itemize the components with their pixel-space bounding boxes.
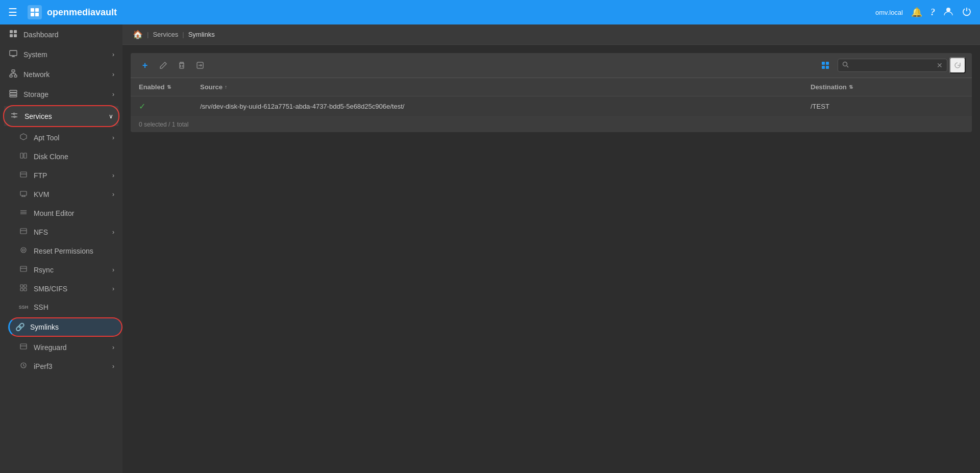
svg-rect-25	[24, 153, 27, 158]
edit-button[interactable]	[155, 57, 172, 73]
svg-point-4	[946, 8, 950, 12]
user-icon[interactable]	[943, 6, 953, 19]
sidebar-item-label: Network	[23, 70, 107, 79]
sidebar-item-label: Disk Clone	[34, 153, 114, 161]
services-icon	[9, 111, 19, 121]
sidebar-item-system[interactable]: System ›	[0, 44, 122, 64]
sidebar-item-nfs[interactable]: NFS ›	[8, 222, 122, 241]
sidebar-item-symlinks[interactable]: 🔗 Symlinks	[10, 318, 121, 336]
breadcrumb-sep: |	[182, 31, 184, 38]
sort-source-icon: ↑	[225, 84, 227, 90]
sidebar-item-label: KVM	[34, 190, 107, 198]
sidebar-item-disk-clone[interactable]: Disk Clone	[8, 147, 122, 166]
svg-rect-35	[20, 229, 27, 234]
svg-rect-9	[10, 51, 17, 56]
svg-point-38	[22, 249, 24, 251]
chevron-icon: ›	[112, 229, 114, 236]
breadcrumb: 🏠 | Services | Symlinks	[122, 24, 980, 45]
sidebar-item-kvm[interactable]: KVM ›	[8, 185, 122, 204]
clear-search-button[interactable]: ✕	[937, 61, 943, 69]
add-button[interactable]: +	[137, 57, 153, 73]
smb-cifs-icon	[18, 284, 29, 293]
grid-view-button[interactable]	[817, 57, 834, 73]
main-content: 🏠 | Services | Symlinks +	[122, 24, 980, 473]
topbar-right: omv.local 🔔 ?	[875, 6, 972, 19]
sidebar-item-apt-tool[interactable]: Apt Tool ›	[8, 128, 122, 147]
refresh-button[interactable]	[949, 57, 966, 73]
chevron-down-icon: ∨	[109, 113, 113, 120]
sidebar-item-reset-permissions[interactable]: Reset Permissions	[8, 241, 122, 260]
svg-rect-26	[20, 172, 27, 177]
data-card: +	[131, 53, 972, 132]
svg-rect-19	[10, 90, 17, 92]
svg-rect-53	[826, 62, 829, 65]
app-logo: openmediavault	[28, 5, 117, 19]
svg-rect-42	[24, 285, 27, 287]
breadcrumb-symlinks: Symlinks	[188, 31, 215, 38]
svg-rect-20	[10, 93, 17, 95]
svg-rect-12	[12, 70, 15, 72]
sidebar-item-mount-editor[interactable]: Mount Editor	[8, 204, 122, 222]
breadcrumb-services[interactable]: Services	[153, 31, 178, 38]
chevron-icon: ›	[112, 363, 114, 370]
svg-rect-2	[31, 13, 34, 16]
sidebar-item-wireguard[interactable]: Wireguard ›	[8, 338, 122, 357]
home-icon[interactable]: 🏠	[133, 30, 143, 39]
svg-point-56	[843, 62, 847, 66]
sidebar-item-storage[interactable]: Storage ›	[0, 84, 122, 104]
help-icon[interactable]: ?	[930, 7, 935, 18]
reset-permissions-icon	[18, 246, 29, 255]
sidebar: Dashboard System › Network › Storage ›	[0, 24, 122, 473]
sidebar-item-network[interactable]: Network ›	[0, 64, 122, 84]
storage-icon	[8, 89, 18, 99]
topbar: ☰ openmediavault omv.local 🔔 ?	[0, 0, 980, 24]
chevron-icon: ›	[112, 134, 114, 141]
sidebar-item-label: Services	[24, 112, 104, 120]
delete-button[interactable]	[174, 57, 190, 73]
ftp-icon	[18, 171, 29, 180]
svg-rect-3	[35, 13, 39, 16]
apply-button[interactable]	[192, 57, 208, 73]
power-icon[interactable]	[962, 6, 972, 19]
sidebar-item-ssh[interactable]: SSH SSH	[8, 298, 122, 316]
layout: Dashboard System › Network › Storage ›	[0, 24, 980, 473]
table-toolbar: +	[131, 53, 972, 78]
svg-rect-7	[10, 34, 13, 37]
col-source-label: Source	[200, 83, 223, 91]
selection-count: 0 selected / 1 total	[139, 121, 188, 128]
sort-destination-icon: ⇅	[849, 84, 853, 90]
svg-rect-21	[10, 95, 17, 97]
sidebar-item-iperf3[interactable]: iPerf3 ›	[8, 357, 122, 376]
sidebar-item-smb-cifs[interactable]: SMB/CIFS ›	[8, 279, 122, 298]
sidebar-item-ftp[interactable]: FTP ›	[8, 166, 122, 185]
sidebar-item-label: System	[23, 51, 107, 59]
table-footer: 0 selected / 1 total	[131, 117, 972, 132]
svg-rect-45	[20, 344, 27, 349]
search-icon	[842, 61, 849, 69]
ssh-icon: SSH	[18, 305, 29, 310]
iperf3-icon	[18, 362, 29, 370]
sidebar-item-label: SMB/CIFS	[34, 285, 107, 293]
bell-icon[interactable]: 🔔	[911, 7, 922, 18]
sidebar-item-label: Reset Permissions	[34, 247, 114, 255]
svg-rect-28	[20, 191, 27, 195]
svg-rect-8	[14, 34, 17, 37]
sidebar-item-label: iPerf3	[34, 362, 107, 370]
sidebar-item-label: NFS	[34, 228, 107, 236]
col-source[interactable]: Source ↑	[200, 83, 811, 91]
sidebar-item-dashboard[interactable]: Dashboard	[0, 24, 122, 44]
sidebar-item-rsync[interactable]: Rsync ›	[8, 260, 122, 279]
col-enabled[interactable]: Enabled ⇅	[139, 83, 200, 91]
hamburger-button[interactable]: ☰	[8, 6, 17, 18]
mount-editor-icon	[18, 209, 29, 217]
logo-icon	[28, 5, 42, 19]
sidebar-item-label: SSH	[34, 303, 114, 311]
chevron-icon: ›	[112, 51, 114, 58]
symlinks-icon: 🔗	[15, 322, 25, 332]
table-row[interactable]: ✓ /srv/dev-disk-by-uuid-612a7751-abda-47…	[131, 96, 972, 117]
sidebar-item-services[interactable]: Services ∨	[4, 106, 118, 126]
search-input[interactable]	[852, 62, 934, 69]
col-destination[interactable]: Destination ⇅	[811, 83, 964, 91]
system-icon	[8, 49, 18, 59]
search-box: ✕	[838, 59, 947, 72]
